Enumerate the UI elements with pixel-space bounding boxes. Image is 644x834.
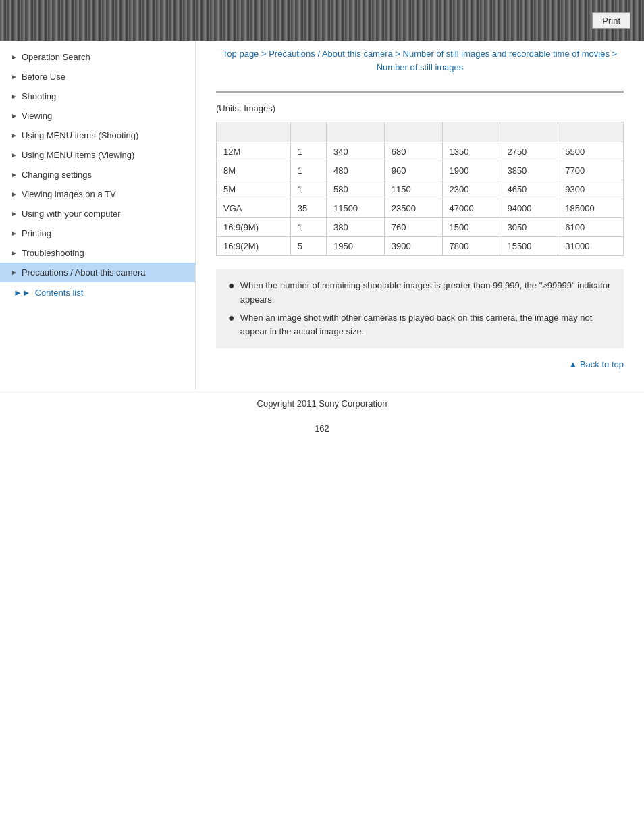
- table-cell-size: 5M: [217, 180, 291, 199]
- table-cell-c2: 680: [384, 142, 442, 161]
- breadcrumb-sep2: /: [315, 49, 322, 59]
- table-cell-c4: 3050: [500, 218, 558, 237]
- sidebar-item-precautions[interactable]: ► Precautions / About this camera: [0, 263, 195, 282]
- breadcrumb-still-images-link[interactable]: Number of still images and recordable ti…: [403, 49, 610, 59]
- units-label: (Units: Images): [216, 103, 624, 113]
- table-cell-internal: 1: [290, 218, 326, 237]
- breadcrumb-top-page[interactable]: Top page: [223, 49, 259, 59]
- arrow-icon: ►: [11, 269, 18, 276]
- sidebar-item-viewing-tv[interactable]: ► Viewing images on a TV: [0, 184, 195, 204]
- table-cell-internal: 5: [290, 237, 326, 256]
- table-cell-c3: 47000: [442, 199, 500, 218]
- arrow-icon: ►: [11, 249, 18, 257]
- table-cell-size: 8M: [217, 161, 291, 180]
- sidebar-item-label: Troubleshooting: [22, 248, 84, 258]
- page-number: 162: [0, 417, 644, 447]
- note-item-1: ● When the number of remaining shootable…: [228, 279, 612, 307]
- sidebar-item-changing-settings[interactable]: ► Changing settings: [0, 165, 195, 184]
- table-cell-size: 12M: [217, 142, 291, 161]
- sidebar-item-printing[interactable]: ► Printing: [0, 224, 195, 243]
- sidebar: ► Operation Search ► Before Use ► Shooti…: [0, 41, 196, 390]
- sidebar-item-troubleshooting[interactable]: ► Troubleshooting: [0, 243, 195, 263]
- col-c5-header: [558, 122, 624, 142]
- sidebar-item-label: Precautions / About this camera: [22, 267, 146, 278]
- page-title-section: [216, 87, 624, 93]
- sidebar-item-viewing[interactable]: ► Viewing: [0, 106, 195, 126]
- header-stripe: Print: [0, 0, 644, 41]
- table-cell-internal: 1: [290, 161, 326, 180]
- table-cell-size: VGA: [217, 199, 291, 218]
- notes-box: ● When the number of remaining shootable…: [216, 269, 624, 348]
- col-size-header: [217, 122, 291, 142]
- contents-list-link[interactable]: ►► Contents list: [0, 282, 195, 303]
- sidebar-item-label: Before Use: [22, 72, 65, 82]
- table-cell-c1: 580: [326, 180, 384, 199]
- sidebar-item-menu-shooting[interactable]: ► Using MENU items (Shooting): [0, 126, 195, 145]
- table-row: 8M1480960190038507700: [217, 161, 624, 180]
- table-cell-c2: 1150: [384, 180, 442, 199]
- arrow-icon: ►: [11, 93, 18, 100]
- table-header-row: [217, 122, 624, 142]
- data-table: 12M13406801350275055008M1480960190038507…: [216, 122, 624, 256]
- arrow-icon: ►: [11, 73, 18, 80]
- table-cell-c4: 94000: [500, 199, 558, 218]
- arrow-icon: ►: [11, 230, 18, 237]
- sidebar-item-label: Operation Search: [22, 52, 90, 62]
- breadcrumb-sep1: >: [259, 49, 269, 59]
- sidebar-item-label: Using MENU items (Viewing): [22, 150, 134, 160]
- table-row: 16:9(2M)51950390078001550031000: [217, 237, 624, 256]
- table-row: 12M1340680135027505500: [217, 142, 624, 161]
- table-cell-internal: 35: [290, 199, 326, 218]
- sidebar-item-label: Viewing images on a TV: [22, 189, 116, 199]
- table-cell-c2: 3900: [384, 237, 442, 256]
- table-cell-internal: 1: [290, 180, 326, 199]
- arrow-icon: ►: [11, 53, 18, 61]
- main-content: Top page > Precautions / About this came…: [196, 41, 644, 390]
- table-cell-c4: 2750: [500, 142, 558, 161]
- table-cell-c3: 2300: [442, 180, 500, 199]
- sidebar-item-before-use[interactable]: ► Before Use: [0, 67, 195, 86]
- table-row: 16:9(9M)1380760150030506100: [217, 218, 624, 237]
- sidebar-item-computer[interactable]: ► Using with your computer: [0, 204, 195, 224]
- note-text-1: When the number of remaining shootable i…: [240, 279, 612, 307]
- back-to-top[interactable]: ▲ Back to top: [216, 359, 624, 369]
- note-text-2: When an image shot with other cameras is…: [240, 311, 612, 340]
- table-cell-c1: 340: [326, 142, 384, 161]
- contents-list-label: Contents list: [35, 288, 84, 298]
- table-cell-c5: 31000: [558, 237, 624, 256]
- table-cell-c2: 960: [384, 161, 442, 180]
- table-row: 5M15801150230046509300: [217, 180, 624, 199]
- table-cell-c5: 6100: [558, 218, 624, 237]
- arrow-icon: ►: [11, 132, 18, 139]
- col-c1-header: [326, 122, 384, 142]
- table-cell-c5: 185000: [558, 199, 624, 218]
- sidebar-item-label: Viewing: [22, 111, 52, 121]
- table-cell-c4: 15500: [500, 237, 558, 256]
- col-c2-header: [384, 122, 442, 142]
- breadcrumb-about-camera[interactable]: About this camera: [322, 49, 393, 59]
- sidebar-item-label: Using with your computer: [22, 209, 121, 219]
- sidebar-item-shooting[interactable]: ► Shooting: [0, 86, 195, 106]
- sidebar-item-operation-search[interactable]: ► Operation Search: [0, 47, 195, 67]
- breadcrumb-sep4: >: [610, 49, 617, 59]
- breadcrumb-precautions[interactable]: Precautions: [269, 49, 315, 59]
- col-c4-header: [500, 122, 558, 142]
- print-button[interactable]: Print: [592, 12, 630, 29]
- bullet-icon-1: ●: [228, 279, 235, 292]
- table-cell-size: 16:9(9M): [217, 218, 291, 237]
- arrow-icon: ►: [11, 190, 18, 198]
- sidebar-item-label: Shooting: [22, 91, 56, 101]
- table-cell-c3: 7800: [442, 237, 500, 256]
- table-cell-c2: 23500: [384, 199, 442, 218]
- table-cell-c3: 1900: [442, 161, 500, 180]
- table-cell-c5: 5500: [558, 142, 624, 161]
- breadcrumb-current[interactable]: Number of still images: [377, 62, 464, 72]
- sidebar-item-label: Using MENU items (Shooting): [22, 130, 138, 140]
- table-cell-c3: 1500: [442, 218, 500, 237]
- arrow-icon: ►: [11, 112, 18, 120]
- sidebar-item-menu-viewing[interactable]: ► Using MENU items (Viewing): [0, 145, 195, 165]
- table-cell-c1: 380: [326, 218, 384, 237]
- copyright-text: Copyright 2011 Sony Corporation: [257, 398, 387, 409]
- back-to-top-link[interactable]: ▲ Back to top: [568, 359, 624, 369]
- sidebar-item-label: Changing settings: [22, 170, 92, 180]
